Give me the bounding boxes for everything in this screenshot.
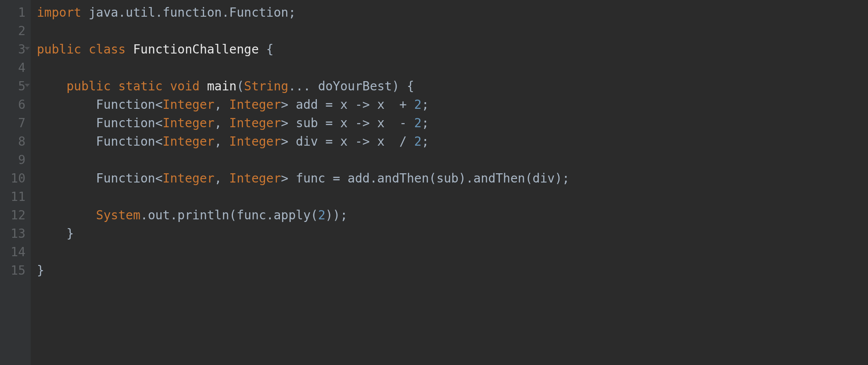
code-line[interactable]: import java.util.function.Function; xyxy=(37,4,868,22)
code-line[interactable] xyxy=(37,59,868,77)
line-number: 5 xyxy=(4,77,25,96)
code-editor[interactable]: 1 2 3 4 5 6 7 8 9 10 11 12 13 14 15 impo… xyxy=(0,0,868,365)
line-number: 4 xyxy=(4,59,25,77)
line-number: 6 xyxy=(4,96,25,114)
code-line[interactable]: Function<Integer, Integer> func = add.an… xyxy=(37,169,868,188)
line-number: 3 xyxy=(4,40,25,59)
code-line[interactable]: public static void main(String... doYour… xyxy=(37,77,868,96)
line-number: 14 xyxy=(4,243,25,261)
code-line[interactable]: Function<Integer, Integer> sub = x -> x … xyxy=(37,114,868,132)
code-line[interactable]: } xyxy=(37,225,868,243)
code-line[interactable]: System.out.println(func.apply(2)); xyxy=(37,206,868,225)
line-number: 9 xyxy=(4,151,25,169)
code-line[interactable]: Function<Integer, Integer> div = x -> x … xyxy=(37,132,868,151)
code-line[interactable] xyxy=(37,243,868,261)
line-number: 12 xyxy=(4,206,25,225)
fold-marker-icon[interactable] xyxy=(25,47,30,50)
line-number: 13 xyxy=(4,225,25,243)
code-line[interactable] xyxy=(37,22,868,40)
code-line[interactable]: Function<Integer, Integer> add = x -> x … xyxy=(37,96,868,114)
line-number: 2 xyxy=(4,22,25,40)
code-line[interactable] xyxy=(37,151,868,169)
fold-marker-icon[interactable] xyxy=(25,84,30,87)
line-number: 11 xyxy=(4,188,25,206)
line-number-gutter: 1 2 3 4 5 6 7 8 9 10 11 12 13 14 15 xyxy=(0,0,31,365)
code-area[interactable]: import java.util.function.Function; publ… xyxy=(31,0,868,365)
code-line[interactable]: } xyxy=(37,261,868,280)
code-line[interactable] xyxy=(37,188,868,206)
line-number: 15 xyxy=(4,261,25,280)
line-number: 10 xyxy=(4,169,25,188)
line-number: 7 xyxy=(4,114,25,132)
code-line[interactable]: public class FunctionChallenge { xyxy=(37,40,868,59)
line-number: 8 xyxy=(4,132,25,151)
line-number: 1 xyxy=(4,4,25,22)
